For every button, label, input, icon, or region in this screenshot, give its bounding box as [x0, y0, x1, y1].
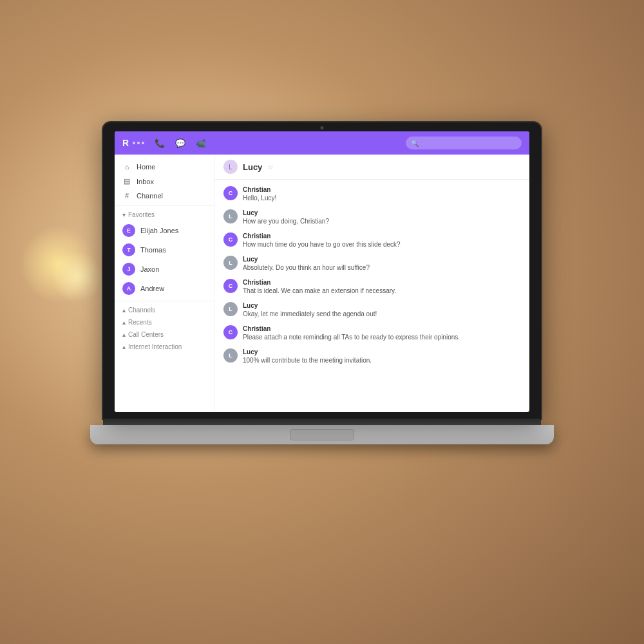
msg-content-4: Lucy Absolutely. Do you think an hour wi… [243, 256, 370, 272]
c-initial-3: C [229, 283, 233, 289]
bg-light-1 [19, 225, 97, 303]
sidebar-item-channel[interactable]: # Channel [115, 189, 214, 203]
message-row: L Lucy Absolutely. Do you think an hour … [223, 256, 520, 272]
sidebar: ⌂ Home ▤ Inbox # Channel ▾ Favorite [115, 155, 214, 412]
msg-content-8: Lucy 100% will contribute to the meeting… [243, 348, 372, 365]
sidebar-item-home[interactable]: ⌂ Home [115, 160, 214, 174]
channel-label: Channel [137, 192, 163, 200]
sidebar-item-jaxon[interactable]: J Jaxon [115, 260, 214, 279]
c-initial-2: C [229, 236, 233, 243]
jaxon-initial: J [127, 266, 130, 272]
chat-contact-name: Lucy [243, 162, 262, 172]
l-initial-3: L [229, 306, 232, 312]
lucy-avatar-1: L [223, 209, 238, 223]
msg-text-5: That is ideal. We can make an extension … [243, 287, 396, 296]
main-layout: ⌂ Home ▤ Inbox # Channel ▾ Favorite [115, 155, 529, 412]
msg-text-1: Hello, Lucy! [243, 194, 276, 203]
search-bar[interactable]: 🔍 [406, 137, 522, 149]
dot-2 [137, 142, 140, 144]
jaxon-name: Jaxon [140, 265, 159, 273]
camera-dot [321, 126, 324, 129]
dot-3 [142, 142, 144, 144]
favorites-chevron: ▾ [122, 211, 126, 218]
msg-sender-2: Lucy [243, 209, 329, 216]
chat-icon[interactable]: 💬 [175, 138, 185, 148]
laptop-base [90, 425, 554, 444]
jaxon-avatar: J [122, 263, 135, 276]
lucy-avatar-2: L [223, 256, 238, 270]
christian-avatar-4: C [223, 325, 238, 339]
logo-dots [133, 142, 144, 144]
internet-chevron: ▴ [122, 343, 126, 350]
msg-text-4: Absolutely. Do you think an hour will su… [243, 263, 370, 272]
inbox-label: Inbox [137, 178, 154, 185]
logo-letter: R [122, 138, 129, 148]
message-row: C Christian How much time do you have to… [223, 232, 520, 249]
video-icon[interactable]: 📹 [196, 138, 206, 148]
thomas-avatar: T [122, 243, 135, 256]
laptop-bezel: R 📞 💬 📹 🔍 [103, 122, 541, 419]
msg-sender-1: Christian [243, 186, 276, 193]
call-centers-chevron: ▴ [122, 331, 126, 338]
channels-header[interactable]: ▴ Channels [115, 304, 214, 316]
elijah-avatar: E [122, 224, 135, 237]
call-centers-header[interactable]: ▴ Call Centers [115, 328, 214, 341]
l-initial-2: L [229, 260, 232, 266]
screen-content: R 📞 💬 📹 🔍 [115, 131, 529, 412]
message-row: L Lucy 100% will contribute to the meeti… [223, 348, 520, 365]
message-row: C Christian Hello, Lucy! [223, 186, 520, 203]
msg-text-7: Please attach a note reminding all TAs t… [243, 333, 460, 342]
dot-1 [133, 142, 135, 144]
elijah-initial: E [127, 227, 131, 234]
msg-content-2: Lucy How are you doing, Christian? [243, 209, 329, 226]
recents-label: Recents [128, 319, 152, 326]
home-label: Home [137, 163, 155, 171]
message-row: C Christian That is ideal. We can make a… [223, 279, 520, 296]
phone-icon[interactable]: 📞 [155, 138, 165, 148]
sidebar-item-elijah[interactable]: E Elijah Jones [115, 221, 214, 240]
msg-sender-6: Lucy [243, 302, 377, 309]
c-initial-4: C [229, 329, 233, 336]
internet-label: Internet Interaction [128, 343, 182, 350]
msg-sender-8: Lucy [243, 348, 372, 355]
msg-text-2: How are you doing, Christian? [243, 217, 329, 226]
christian-avatar-1: C [223, 186, 238, 200]
sidebar-item-andrew[interactable]: A Andrew [115, 279, 214, 298]
chat-area: L Lucy ☆ C Christian [214, 155, 529, 412]
msg-content-5: Christian That is ideal. We can make an … [243, 279, 396, 296]
msg-text-3: How much time do you have to go over thi… [243, 240, 401, 249]
lucy-avatar-4: L [223, 348, 238, 363]
laptop-hinge [103, 419, 541, 425]
recents-header[interactable]: ▴ Recents [115, 316, 214, 328]
divider-1 [115, 205, 214, 206]
channels-chevron: ▴ [122, 307, 126, 314]
msg-sender-3: Christian [243, 232, 401, 240]
msg-content-6: Lucy Okay, let me immediately send the a… [243, 302, 377, 319]
msg-sender-7: Christian [243, 325, 460, 332]
favorites-header[interactable]: ▾ Favorites [115, 209, 214, 221]
star-icon[interactable]: ☆ [267, 163, 274, 171]
internet-interaction-header[interactable]: ▴ Internet Interaction [115, 341, 214, 353]
lucy-header-avatar: L [223, 160, 238, 174]
l-initial-4: L [229, 352, 232, 359]
msg-content-3: Christian How much time do you have to g… [243, 232, 401, 249]
thomas-name: Thomas [140, 246, 166, 254]
msg-content-1: Christian Hello, Lucy! [243, 186, 276, 203]
msg-content-7: Christian Please attach a note reminding… [243, 325, 460, 342]
app-logo: R [122, 138, 144, 148]
sidebar-item-inbox[interactable]: ▤ Inbox [115, 174, 214, 189]
message-row: C Christian Please attach a note remindi… [223, 325, 520, 342]
message-row: L Lucy Okay, let me immediately send the… [223, 302, 520, 319]
laptop-container: R 📞 💬 📹 🔍 [103, 122, 541, 522]
msg-sender-4: Lucy [243, 256, 370, 263]
favorites-label: Favorites [128, 211, 155, 218]
l-initial-1: L [229, 213, 232, 220]
andrew-avatar: A [122, 282, 135, 295]
sidebar-item-thomas[interactable]: T Thomas [115, 240, 214, 260]
thomas-initial: T [127, 247, 131, 253]
trackpad[interactable] [290, 429, 354, 440]
msg-sender-5: Christian [243, 279, 396, 286]
inbox-icon: ▤ [122, 177, 131, 185]
top-bar: R 📞 💬 📹 🔍 [115, 131, 529, 155]
lucy-avatar-3: L [223, 302, 238, 316]
